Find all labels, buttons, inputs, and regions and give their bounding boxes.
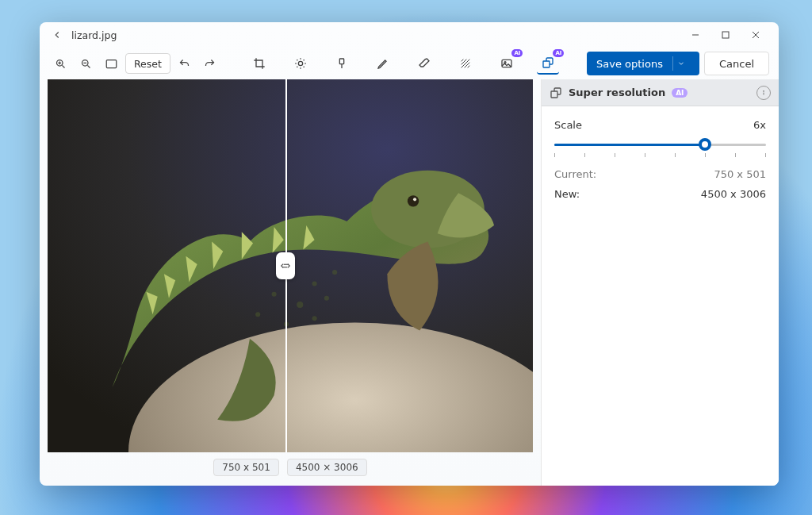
toolbar-left: Reset bbox=[49, 53, 221, 74]
svg-point-12 bbox=[299, 61, 303, 65]
svg-line-18 bbox=[304, 67, 304, 67]
save-options-dropdown[interactable] bbox=[672, 56, 690, 71]
generative-fill-tool[interactable] bbox=[496, 52, 518, 75]
pen-icon bbox=[377, 57, 389, 70]
svg-line-24 bbox=[462, 60, 464, 62]
info-button[interactable] bbox=[756, 86, 771, 100]
redo-button[interactable] bbox=[199, 53, 221, 74]
maximize-button[interactable] bbox=[710, 24, 741, 46]
adjust-tool[interactable] bbox=[289, 52, 312, 75]
comparison-handle[interactable] bbox=[276, 252, 295, 279]
current-row: Current: 750 x 501 bbox=[554, 168, 766, 180]
svg-rect-21 bbox=[340, 59, 344, 64]
filter-icon bbox=[335, 57, 348, 70]
svg-point-41 bbox=[255, 312, 260, 317]
image-ai-icon bbox=[500, 57, 513, 70]
toolbar: Reset bbox=[40, 48, 779, 79]
svg-point-33 bbox=[408, 195, 419, 206]
scale-label: Scale bbox=[554, 119, 582, 131]
arrow-left-icon bbox=[52, 29, 63, 40]
new-dimensions-chip: 4500 × 3006 bbox=[287, 459, 367, 476]
svg-line-5 bbox=[62, 65, 64, 67]
minimize-button[interactable] bbox=[680, 24, 710, 46]
reset-button[interactable]: Reset bbox=[125, 53, 170, 74]
redo-icon bbox=[204, 58, 216, 70]
canvas-area: 750 x 501 4500 × 3006 bbox=[40, 79, 541, 486]
panel-header: Super resolution AI bbox=[542, 79, 779, 106]
fit-to-screen-button[interactable] bbox=[100, 53, 122, 74]
super-resolution-tool[interactable] bbox=[537, 52, 559, 75]
scale-row: Scale 6x bbox=[554, 119, 766, 131]
svg-point-38 bbox=[272, 292, 277, 297]
titlebar: lizard.jpg bbox=[40, 22, 779, 48]
scale-slider[interactable] bbox=[554, 139, 766, 157]
panel-body: Scale 6x bbox=[542, 106, 779, 221]
super-resolution-panel: Super resolution AI Scale 6x bbox=[541, 79, 779, 486]
save-options-label: Save options bbox=[596, 58, 663, 70]
close-icon bbox=[752, 31, 760, 39]
svg-point-34 bbox=[413, 198, 416, 201]
crop-icon bbox=[253, 57, 266, 70]
svg-point-43 bbox=[312, 316, 317, 321]
undo-icon bbox=[178, 58, 190, 70]
info-icon bbox=[760, 89, 768, 97]
file-name-label: lizard.jpg bbox=[71, 29, 117, 41]
svg-rect-1 bbox=[722, 32, 729, 38]
ai-badge: AI bbox=[672, 88, 688, 98]
slider-fill bbox=[554, 144, 705, 146]
minimize-icon bbox=[691, 31, 699, 39]
svg-point-40 bbox=[324, 296, 329, 301]
back-button[interactable] bbox=[48, 25, 67, 44]
eraser-icon bbox=[418, 57, 431, 70]
dimensions-bar: 750 x 501 4500 × 3006 bbox=[48, 455, 533, 479]
upscale-panel-icon bbox=[550, 86, 562, 99]
erase-tool[interactable] bbox=[413, 52, 435, 75]
slider-thumb[interactable] bbox=[699, 138, 711, 151]
close-button[interactable] bbox=[741, 24, 771, 46]
svg-line-17 bbox=[297, 60, 298, 60]
new-row: New: 4500 x 3006 bbox=[554, 188, 766, 200]
zoom-out-button[interactable] bbox=[75, 53, 97, 74]
svg-point-36 bbox=[312, 281, 317, 286]
image-canvas[interactable] bbox=[48, 79, 533, 452]
zoom-in-button[interactable] bbox=[49, 53, 71, 74]
maximize-icon bbox=[722, 31, 730, 39]
editor-body: 750 x 501 4500 × 3006 Super resolution A… bbox=[40, 79, 779, 486]
slider-ticks bbox=[554, 153, 766, 157]
svg-line-20 bbox=[304, 60, 304, 60]
window-controls bbox=[680, 24, 771, 46]
brightness-icon bbox=[294, 57, 307, 70]
svg-point-39 bbox=[297, 302, 303, 308]
panel-title: Super resolution bbox=[569, 86, 665, 98]
save-options-button[interactable]: Save options bbox=[587, 52, 699, 75]
svg-line-19 bbox=[297, 67, 298, 67]
toolbar-center bbox=[221, 52, 587, 75]
svg-point-46 bbox=[764, 90, 764, 91]
undo-button[interactable] bbox=[174, 53, 196, 74]
desktop-background: lizard.jpg bbox=[0, 0, 812, 515]
svg-line-26 bbox=[468, 66, 470, 68]
svg-rect-29 bbox=[543, 61, 550, 67]
cancel-button[interactable]: Cancel bbox=[704, 52, 769, 75]
original-dimensions-chip: 750 x 501 bbox=[213, 459, 279, 476]
new-label: New: bbox=[554, 188, 580, 200]
current-label: Current: bbox=[554, 168, 596, 180]
swap-icon bbox=[280, 260, 291, 271]
filter-tool[interactable] bbox=[331, 52, 353, 75]
markup-tool[interactable] bbox=[372, 52, 394, 75]
scale-value: 6x bbox=[753, 119, 766, 131]
current-value: 750 x 501 bbox=[714, 168, 766, 180]
svg-point-37 bbox=[332, 270, 337, 275]
new-value: 4500 x 3006 bbox=[701, 188, 766, 200]
photos-editor-window: lizard.jpg bbox=[40, 22, 779, 486]
svg-rect-11 bbox=[106, 60, 117, 67]
background-icon bbox=[459, 57, 472, 70]
zoom-out-icon bbox=[80, 58, 92, 70]
zoom-in-icon bbox=[55, 58, 67, 70]
upscale-icon bbox=[542, 56, 554, 69]
chevron-down-icon bbox=[677, 60, 685, 67]
fit-icon bbox=[105, 59, 117, 69]
svg-line-9 bbox=[87, 65, 90, 67]
crop-tool[interactable] bbox=[248, 52, 270, 75]
background-tool[interactable] bbox=[454, 52, 477, 75]
